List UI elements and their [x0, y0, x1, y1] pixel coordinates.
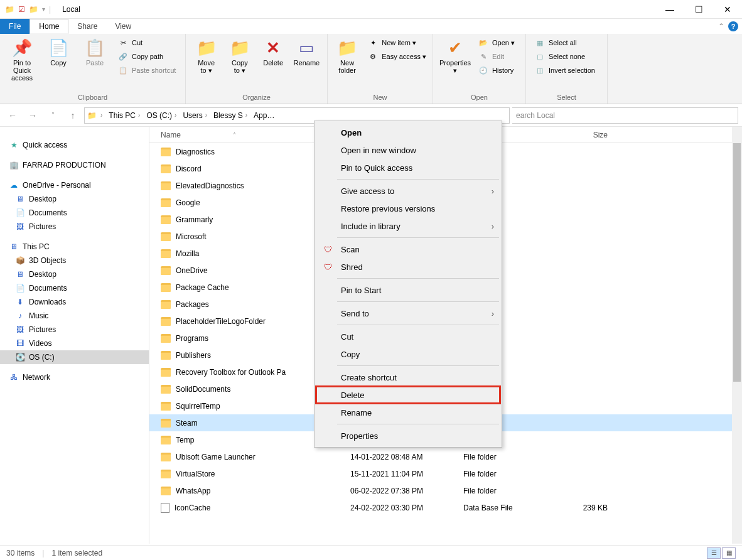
breadcrumb[interactable]: OS (C:)›: [144, 111, 179, 120]
menu-item-label: Scan: [341, 245, 360, 254]
context-menu-item[interactable]: Give access to›: [316, 182, 500, 200]
new-item-button[interactable]: ✦New item ▾: [365, 36, 429, 49]
context-menu-item[interactable]: Pin to Quick access: [316, 159, 500, 176]
context-menu-item[interactable]: Send to›: [316, 304, 500, 322]
up-button[interactable]: ↑: [64, 107, 82, 124]
file-name: Packages: [176, 300, 209, 309]
edit-button[interactable]: ✎Edit: [476, 50, 517, 63]
tree-od-pictures[interactable]: 🖼Pictures: [0, 220, 149, 234]
tree-onedrive[interactable]: ☁OneDrive - Personal: [0, 178, 149, 192]
menu-separator: [337, 179, 499, 180]
context-menu-item[interactable]: Copy: [316, 345, 500, 363]
tree-od-desktop[interactable]: 🖥Desktop: [0, 192, 149, 206]
copy-icon: 📄: [48, 38, 68, 58]
tree-documents[interactable]: 📄Documents: [0, 281, 149, 295]
properties-button[interactable]: ✔Properties ▾: [437, 36, 473, 76]
cut-button[interactable]: ✂Cut: [116, 36, 178, 49]
context-menu-item[interactable]: Create shortcut: [316, 369, 500, 386]
context-menu-item[interactable]: Pin to Start: [316, 281, 500, 299]
status-bar: 30 items | 1 item selected ☰ ▦: [0, 545, 742, 560]
forward-button[interactable]: →: [24, 107, 41, 124]
move-to-button[interactable]: 📁Move to ▾: [190, 36, 223, 76]
qat-dropdown-icon[interactable]: ▾: [42, 6, 45, 13]
qat-properties-icon[interactable]: ☑: [18, 5, 25, 14]
tree-pictures[interactable]: 🖼Pictures: [0, 323, 149, 337]
close-button[interactable]: ✕: [713, 0, 742, 19]
tab-view[interactable]: View: [106, 19, 140, 34]
select-none-button[interactable]: ▢Select none: [532, 50, 598, 63]
context-menu-item[interactable]: Restore previous versions: [316, 200, 500, 217]
paste-button[interactable]: 📋 Paste: [77, 36, 113, 68]
context-menu-item[interactable]: Include in library›: [316, 217, 500, 235]
search-input[interactable]: earch Local: [512, 107, 738, 124]
drive-icon: 💽: [15, 352, 25, 362]
tab-file[interactable]: File: [0, 19, 30, 34]
table-row[interactable]: WhatsApp06-02-2022 07:38 PMFile folder: [149, 482, 742, 499]
tree-quick-access[interactable]: ★Quick access: [0, 138, 149, 152]
copy-to-button[interactable]: 📁Copy to ▾: [223, 36, 256, 76]
pin-to-quick-access-button[interactable]: 📌 Pin to Quick access: [4, 36, 40, 83]
help-icon[interactable]: ?: [728, 21, 738, 31]
menu-item-label: Pin to Start: [341, 286, 381, 295]
rename-button[interactable]: ▭Rename: [290, 36, 323, 68]
context-menu-item[interactable]: Rename: [316, 404, 500, 421]
open-button[interactable]: 📂Open ▾: [476, 36, 517, 49]
select-all-button[interactable]: ▦Select all: [532, 36, 598, 49]
tab-share[interactable]: Share: [68, 19, 106, 34]
tree-this-pc[interactable]: 🖥This PC: [0, 240, 149, 254]
table-row[interactable]: VirtualStore15-11-2021 11:04 PMFile fold…: [149, 465, 742, 482]
tree-videos[interactable]: 🎞Videos: [0, 337, 149, 350]
collapse-ribbon-icon[interactable]: ⌃: [718, 22, 724, 31]
building-icon: 🏢: [9, 160, 19, 170]
context-menu-item[interactable]: Open in new window: [316, 141, 500, 159]
context-menu-item[interactable]: Cut: [316, 328, 500, 345]
context-menu-item[interactable]: 🛡Shred: [316, 258, 500, 276]
copy-path-button[interactable]: 🔗Copy path: [116, 50, 178, 63]
context-menu-item[interactable]: Properties: [316, 427, 500, 444]
invert-selection-button[interactable]: ◫Invert selection: [532, 64, 598, 77]
pin-icon: 📌: [12, 38, 32, 58]
breadcrumb[interactable]: App…: [251, 111, 277, 120]
recent-locations-button[interactable]: ˅: [44, 107, 62, 124]
tree-os-drive[interactable]: 💽OS (C:): [0, 350, 149, 364]
star-icon: ★: [9, 140, 19, 150]
breadcrumb[interactable]: Users›: [180, 111, 210, 120]
menu-item-label: Open: [341, 128, 362, 137]
back-button[interactable]: ←: [4, 107, 21, 124]
details-view-button[interactable]: ☰: [707, 547, 721, 559]
paste-shortcut-button[interactable]: 📋Paste shortcut: [116, 64, 178, 77]
tab-home[interactable]: Home: [30, 19, 68, 34]
tree-network[interactable]: 🖧Network: [0, 370, 149, 384]
icons-view-button[interactable]: ▦: [722, 547, 736, 559]
easy-access-button[interactable]: ⚙Easy access ▾: [365, 50, 429, 63]
file-name: Mozilla: [176, 249, 199, 258]
file-type: File folder: [463, 487, 557, 495]
breadcrumb[interactable]: Blessy S›: [211, 111, 250, 120]
tree-downloads[interactable]: ⬇Downloads: [0, 295, 149, 309]
context-menu-item[interactable]: Delete: [316, 386, 500, 404]
table-row[interactable]: IconCache24-02-2022 03:30 PMData Base Fi…: [149, 499, 742, 516]
context-menu-item[interactable]: Open: [316, 124, 500, 141]
scrollbar-thumb[interactable]: [733, 143, 741, 382]
videos-icon: 🎞: [15, 338, 25, 348]
menu-separator: [337, 301, 499, 302]
history-icon: 🕘: [478, 65, 488, 75]
context-menu-item[interactable]: 🛡Scan: [316, 240, 500, 258]
tree-desktop[interactable]: 🖥Desktop: [0, 267, 149, 281]
delete-button[interactable]: ✕Delete: [257, 36, 290, 68]
scrollbar[interactable]: [732, 127, 742, 544]
maximize-button[interactable]: ☐: [684, 0, 713, 19]
breadcrumb[interactable]: This PC›: [106, 111, 142, 120]
tree-3d-objects[interactable]: 📦3D Objects: [0, 254, 149, 267]
tree-farrad[interactable]: 🏢FARRAD PRODUCTION: [0, 158, 149, 172]
history-button[interactable]: 🕘History: [476, 64, 517, 77]
new-folder-button[interactable]: 📁New folder: [331, 36, 363, 75]
copy-button[interactable]: 📄 Copy: [40, 36, 77, 68]
table-row[interactable]: Ubisoft Game Launcher14-01-2022 08:48 AM…: [149, 448, 742, 465]
properties-icon: ✔: [445, 38, 465, 58]
tree-od-documents[interactable]: 📄Documents: [0, 206, 149, 220]
tree-music[interactable]: ♪Music: [0, 309, 149, 323]
menu-item-label: Cut: [341, 332, 353, 342]
folder-icon: [161, 368, 171, 377]
minimize-button[interactable]: —: [655, 0, 684, 19]
